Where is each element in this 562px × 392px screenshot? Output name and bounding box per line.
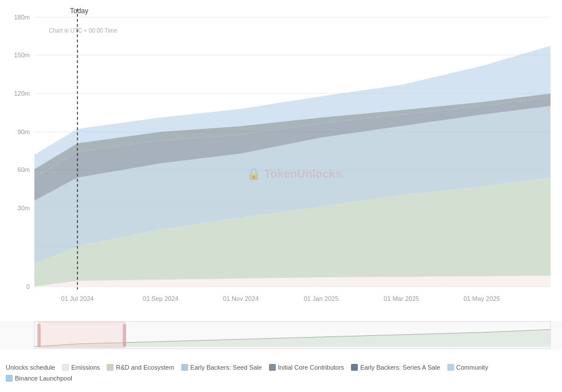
main-chart: 180m 150m 120m 90m 60m 30m 0 01 Jul 2024… [0, 0, 562, 327]
svg-rect-34 [123, 324, 126, 347]
svg-text:01 Jul 2024: 01 Jul 2024 [61, 295, 94, 302]
initial-core-swatch [269, 364, 276, 371]
early-backers-series-a-swatch [351, 364, 358, 371]
svg-text:🔒 TokenUnlocks.: 🔒 TokenUnlocks. [247, 167, 345, 181]
svg-text:01 Nov 2024: 01 Nov 2024 [223, 295, 259, 302]
legend-early-backers-seed: Early Backers: Seed Sale [181, 364, 262, 371]
community-label: Community [456, 364, 489, 371]
chart-info: Chart in UTC + 00:00 Time [49, 28, 117, 34]
early-backers-series-a-label: Early Backers: Series A Sale [360, 364, 440, 371]
svg-text:01 Mar 2025: 01 Mar 2025 [384, 295, 419, 302]
svg-text:01 Sep 2024: 01 Sep 2024 [143, 295, 178, 302]
emissions-label: Emissions [71, 364, 100, 371]
svg-text:0: 0 [26, 283, 30, 290]
legend-rd-ecosystem: R&D and Ecosystem [107, 364, 174, 371]
legend-emissions: Emissions [62, 364, 100, 371]
svg-text:30m: 30m [18, 205, 30, 211]
svg-text:01 May 2025: 01 May 2025 [463, 295, 500, 302]
legend: Unlocks schedule Emissions R&D and Ecosy… [0, 361, 562, 384]
mini-navigator [0, 321, 562, 350]
svg-rect-32 [39, 322, 125, 347]
legend-initial-core: Initial Core Contributors [269, 364, 345, 371]
svg-rect-33 [37, 324, 41, 347]
emissions-swatch [62, 364, 69, 371]
svg-text:150m: 150m [14, 52, 30, 58]
unlocks-schedule-text: Unlocks schedule [6, 364, 55, 371]
svg-text:90m: 90m [18, 128, 30, 135]
community-swatch [447, 364, 454, 371]
binance-label: Binance Launchpool [15, 375, 72, 382]
svg-text:120m: 120m [14, 90, 30, 97]
early-backers-seed-swatch [181, 364, 188, 371]
rd-ecosystem-swatch [107, 364, 114, 371]
binance-swatch [6, 375, 13, 382]
legend-binance: Binance Launchpool [6, 375, 72, 382]
initial-core-label: Initial Core Contributors [278, 364, 345, 371]
today-label: Today [70, 7, 88, 15]
svg-text:180m: 180m [14, 14, 30, 21]
svg-text:01 Jan 2025: 01 Jan 2025 [304, 295, 339, 302]
early-backers-seed-label: Early Backers: Seed Sale [190, 364, 262, 371]
chart-container: 180m 150m 120m 90m 60m 30m 0 01 Jul 2024… [0, 0, 562, 392]
legend-early-backers-series-a: Early Backers: Series A Sale [351, 364, 440, 371]
legend-community: Community [447, 364, 489, 371]
svg-text:60m: 60m [18, 166, 30, 173]
unlocks-schedule-label: Unlocks schedule [6, 364, 55, 371]
rd-ecosystem-label: R&D and Ecosystem [116, 364, 174, 371]
